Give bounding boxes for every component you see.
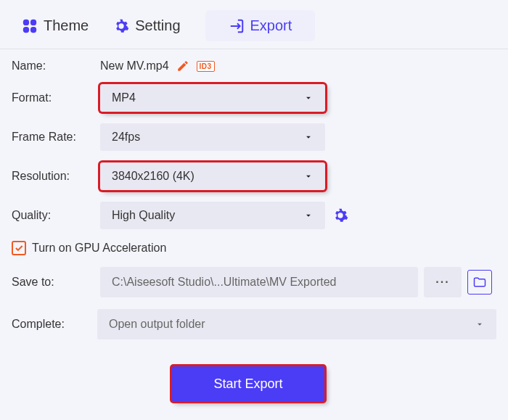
quality-select[interactable]: High Quality (100, 202, 325, 229)
saveto-value: C:\Aiseesoft Studio\...Ultimate\MV Expor… (112, 276, 336, 289)
chevron-down-icon (303, 93, 314, 103)
quality-settings-button[interactable] (332, 207, 348, 223)
gpu-label: Turn on GPU Acceleration (32, 242, 166, 255)
chevron-down-icon (303, 132, 314, 142)
svg-rect-1 (30, 19, 36, 25)
start-export-label: Start Export (213, 376, 282, 392)
gear-icon (113, 18, 129, 34)
saveto-path[interactable]: C:\Aiseesoft Studio\...Ultimate\MV Expor… (100, 267, 418, 297)
browse-button[interactable]: ··· (424, 267, 462, 297)
saveto-label: Save to: (12, 276, 100, 289)
tab-setting-label: Setting (135, 17, 180, 34)
framerate-select-value: 24fps (112, 131, 140, 144)
name-label: Name: (12, 59, 100, 73)
complete-select[interactable]: Open output folder (97, 309, 496, 339)
open-folder-button[interactable] (467, 270, 492, 295)
grid-icon (22, 18, 38, 34)
resolution-select[interactable]: 3840x2160 (4K) (100, 162, 325, 190)
export-icon (229, 18, 245, 34)
gpu-checkbox[interactable] (12, 241, 26, 255)
quality-label: Quality: (12, 209, 100, 222)
tab-theme[interactable]: Theme (22, 17, 89, 34)
resolution-label: Resolution: (12, 170, 100, 183)
export-form: Name: New MV.mp4 ID3 Format: MP4 Frame R… (0, 49, 508, 339)
complete-select-value: Open output folder (109, 318, 205, 331)
chevron-down-icon (303, 210, 314, 221)
dots-icon: ··· (435, 276, 449, 289)
tab-export[interactable]: Export (205, 10, 316, 41)
edit-icon[interactable] (176, 59, 189, 73)
tab-setting[interactable]: Setting (113, 17, 180, 34)
format-select[interactable]: MP4 (100, 84, 325, 112)
svg-rect-0 (23, 19, 29, 25)
chevron-down-icon (475, 319, 485, 329)
svg-rect-3 (30, 26, 36, 32)
resolution-select-value: 3840x2160 (4K) (112, 170, 194, 183)
id3-badge[interactable]: ID3 (197, 61, 215, 72)
start-export-button[interactable]: Start Export (172, 366, 324, 401)
chevron-down-icon (303, 171, 314, 181)
tab-theme-label: Theme (44, 17, 89, 34)
svg-rect-2 (23, 26, 29, 32)
format-select-value: MP4 (112, 91, 136, 104)
tabs-bar: Theme Setting Export (0, 0, 508, 49)
folder-icon (472, 275, 487, 289)
complete-label: Complete: (12, 318, 97, 331)
framerate-select[interactable]: 24fps (100, 123, 325, 151)
name-value: New MV.mp4 (100, 59, 169, 73)
format-label: Format: (12, 91, 100, 104)
quality-select-value: High Quality (112, 209, 175, 222)
tab-export-label: Export (250, 17, 292, 34)
framerate-label: Frame Rate: (12, 131, 100, 144)
